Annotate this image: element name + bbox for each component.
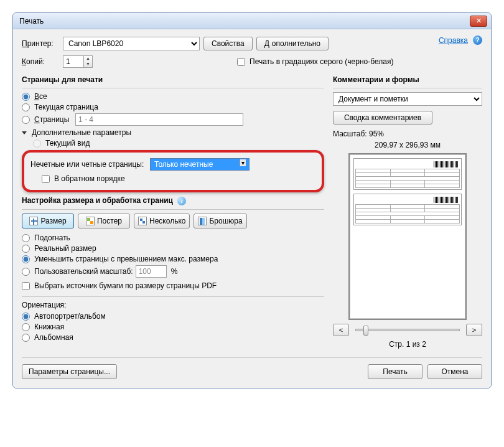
paper-source-checkbox[interactable]: Выбрать источник бумаги по размеру стран…: [22, 281, 324, 290]
reverse-order-checkbox[interactable]: В обратном порядке: [30, 174, 315, 183]
comments-summary-button[interactable]: Сводка комментариев: [333, 111, 432, 125]
help-icon[interactable]: ?: [473, 35, 482, 45]
current-view-radio[interactable]: Текущий вид: [22, 139, 324, 148]
slider-thumb-icon[interactable]: [363, 326, 368, 336]
info-icon[interactable]: i: [177, 197, 186, 205]
copies-label: Копий:: [22, 57, 59, 66]
pages-range-input[interactable]: [75, 113, 243, 126]
poster-icon: [86, 217, 95, 225]
actual-radio[interactable]: Реальный размер: [22, 244, 324, 253]
print-button[interactable]: Печать: [368, 364, 422, 379]
titlebar: Печать ✕: [13, 13, 491, 29]
printer-select[interactable]: Canon LBP6020: [63, 37, 200, 50]
custom-scale-radio[interactable]: Пользовательский масштаб: %: [22, 265, 324, 278]
copies-spinner[interactable]: ▲▼: [63, 55, 93, 68]
next-page-button[interactable]: >: [466, 324, 482, 336]
more-params-toggle[interactable]: Дополнительные параметры: [22, 128, 324, 137]
spin-down-icon[interactable]: ▼: [84, 62, 92, 67]
dimensions-label: 209,97 x 296,93 мм: [333, 141, 482, 149]
orient-landscape-radio[interactable]: Альбомная: [22, 333, 324, 342]
orientation-label: Ориентация:: [22, 301, 324, 309]
orient-auto-radio[interactable]: Автопортрет/альбом: [22, 312, 324, 321]
chevron-down-icon: [22, 131, 27, 134]
spin-up-icon[interactable]: ▲: [84, 56, 92, 62]
custom-scale-input[interactable]: [136, 265, 167, 278]
tab-size[interactable]: Размер: [22, 214, 74, 228]
print-dialog: Печать ✕ Справка ? Принтер: Canon LBP602…: [12, 12, 492, 388]
tab-poster[interactable]: Постер: [78, 214, 130, 228]
odd-even-label: Нечетные или четные страницы:: [30, 160, 147, 169]
highlight-annotation: Нечетные или четные страницы: Только неч…: [22, 150, 324, 192]
booklet-icon: [198, 217, 207, 225]
orient-portrait-radio[interactable]: Книжная: [22, 322, 324, 331]
cancel-button[interactable]: Отмена: [427, 364, 482, 379]
page-indicator: Стр. 1 из 2: [333, 340, 482, 349]
comments-mode-select[interactable]: Документ и пометки: [333, 92, 482, 106]
scale-label: Масштаб: 95%: [333, 129, 482, 138]
multiple-icon: [138, 217, 147, 225]
page-slider[interactable]: [355, 329, 460, 331]
pages-current-radio[interactable]: Текущая страница: [22, 103, 324, 111]
shrink-radio[interactable]: Уменьшить страницы с превышением макс. р…: [22, 255, 324, 263]
advanced-button[interactable]: Дополнительно: [256, 37, 329, 50]
close-icon[interactable]: ✕: [470, 16, 487, 27]
sizing-section-title: Настройка размера и обработка страниц i: [22, 196, 324, 205]
tab-booklet[interactable]: Брошюра: [194, 214, 246, 228]
pages-all-radio[interactable]: Все: [22, 92, 324, 101]
printer-label: Принтер:: [22, 39, 59, 48]
prev-page-button[interactable]: <: [333, 324, 349, 336]
window-title: Печать: [17, 17, 470, 26]
tab-multiple[interactable]: Несколько: [134, 214, 190, 228]
comments-section-title: Комментарии и формы: [333, 75, 482, 84]
help-link[interactable]: Справка: [439, 36, 468, 45]
print-preview: [348, 153, 467, 320]
size-icon: [29, 217, 38, 225]
fit-radio[interactable]: Подогнать: [22, 233, 324, 242]
page-setup-button[interactable]: Параметры страницы...: [22, 364, 117, 379]
grayscale-checkbox[interactable]: Печать в градациях серого (черно-белая): [237, 57, 393, 66]
copies-input[interactable]: [63, 56, 83, 67]
pages-range-radio[interactable]: Страницы: [22, 113, 324, 126]
properties-button[interactable]: Свойства: [203, 37, 253, 50]
pages-section-title: Страницы для печати: [22, 75, 324, 84]
odd-even-select[interactable]: Только нечетные: [150, 158, 250, 171]
